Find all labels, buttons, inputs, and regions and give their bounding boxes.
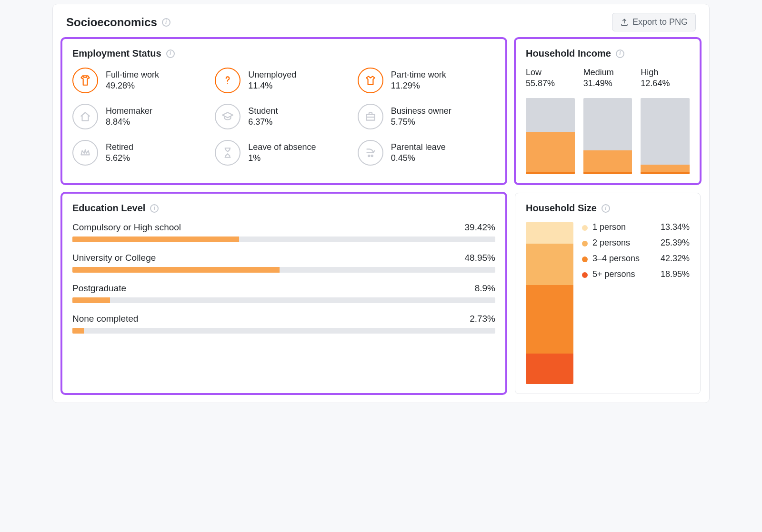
- card-title: Household Size i: [526, 203, 690, 214]
- household-size-segment: [526, 354, 573, 384]
- household-income-card: Household Income i Low 55.87% Medium 31.…: [515, 38, 701, 184]
- education-bar: [72, 267, 495, 273]
- household-size-card: Household Size i 1 person 13.34% 2 perso…: [515, 193, 701, 394]
- card-title: Employment Status i: [72, 48, 495, 59]
- education-item: Compulsory or High school 39.42%: [72, 222, 495, 242]
- info-icon[interactable]: i: [166, 49, 175, 58]
- household-size-label: 3–4 persons: [592, 254, 656, 264]
- education-value: 39.42%: [465, 222, 495, 233]
- education-bar: [72, 328, 495, 334]
- employment-item: Full-time work 49.28%: [72, 68, 210, 93]
- income-value: 31.49%: [583, 79, 632, 89]
- panel-title: Socioeconomics i: [66, 16, 170, 29]
- panel-header: Socioeconomics i Export to PNG: [53, 4, 709, 38]
- employment-value: 49.28%: [106, 81, 159, 91]
- employment-value: 11.4%: [248, 81, 296, 91]
- info-icon[interactable]: i: [616, 49, 624, 58]
- crown-icon: [72, 140, 98, 166]
- info-icon[interactable]: i: [150, 204, 159, 213]
- legend-dot-icon: [582, 241, 588, 246]
- income-column: Medium 31.49%: [583, 68, 632, 174]
- employment-label: Part-time work: [391, 70, 446, 80]
- education-value: 48.95%: [465, 253, 495, 263]
- employment-label: Parental leave: [391, 142, 446, 152]
- card-title: Household Income i: [526, 48, 690, 59]
- employment-label: Full-time work: [106, 70, 159, 80]
- employment-value: 11.29%: [391, 81, 446, 91]
- income-bar-fill: [526, 132, 575, 174]
- household-size-value: 13.34%: [661, 222, 690, 232]
- household-size-value: 25.39%: [661, 238, 690, 248]
- employment-label: Unemployed: [248, 70, 296, 80]
- household-size-legend-row: 2 persons 25.39%: [582, 238, 690, 248]
- upload-icon: [620, 18, 629, 27]
- income-title-text: Household Income: [526, 48, 611, 59]
- employment-label: Business owner: [391, 106, 451, 116]
- shirt-icon: [72, 68, 98, 93]
- employment-item: Business owner 5.75%: [358, 104, 495, 129]
- employment-label: Leave of absence: [248, 142, 316, 152]
- household-size-label: 1 person: [592, 222, 656, 232]
- household-size-value: 42.32%: [661, 254, 690, 264]
- income-label: Medium: [583, 68, 632, 78]
- employment-title-text: Employment Status: [72, 48, 161, 59]
- household-size-segment: [526, 244, 573, 285]
- info-icon[interactable]: i: [162, 18, 170, 27]
- employment-value: 5.75%: [391, 117, 451, 127]
- card-title: Education Level i: [72, 203, 495, 214]
- employment-item: Retired 5.62%: [72, 140, 210, 166]
- education-level-card: Education Level i Compulsory or High sch…: [61, 193, 506, 394]
- info-icon[interactable]: i: [602, 204, 610, 213]
- home-icon: [72, 104, 98, 129]
- employment-label: Homemaker: [106, 106, 152, 116]
- legend-dot-icon: [582, 272, 588, 278]
- employment-item: Part-time work 11.29%: [358, 68, 495, 93]
- household-size-segment: [526, 222, 573, 244]
- education-label: University or College: [72, 253, 156, 263]
- household-size-title-text: Household Size: [526, 203, 597, 214]
- education-label: None completed: [72, 314, 138, 324]
- education-item: University or College 48.95%: [72, 253, 495, 273]
- household-size-stacked-bar: [526, 222, 573, 384]
- employment-value: 6.37%: [248, 117, 278, 127]
- household-size-label: 2 persons: [592, 238, 656, 248]
- income-bar: [526, 98, 575, 174]
- employment-label: Retired: [106, 142, 133, 152]
- household-size-legend-row: 3–4 persons 42.32%: [582, 254, 690, 264]
- briefcase-icon: [358, 104, 383, 129]
- education-bar-fill: [72, 328, 84, 334]
- employment-item: Parental leave 0.45%: [358, 140, 495, 166]
- education-bar: [72, 297, 495, 303]
- tshirt-icon: [358, 68, 383, 93]
- employment-item: Student 6.37%: [215, 104, 352, 129]
- education-label: Compulsory or High school: [72, 222, 181, 233]
- education-item: Postgraduate 8.9%: [72, 283, 495, 303]
- income-label: High: [641, 68, 690, 78]
- gradcap-icon: [215, 104, 241, 129]
- employment-value: 0.45%: [391, 153, 446, 163]
- income-column: High 12.64%: [641, 68, 690, 174]
- employment-item: Unemployed 11.4%: [215, 68, 352, 93]
- education-bar-fill: [72, 297, 110, 303]
- income-label: Low: [526, 68, 575, 78]
- employment-status-card: Employment Status i Full-time work 49.28…: [61, 38, 506, 184]
- household-size-segment: [526, 285, 573, 354]
- export-button-label: Export to PNG: [632, 17, 688, 27]
- household-size-value: 18.95%: [661, 269, 690, 279]
- legend-dot-icon: [582, 225, 588, 231]
- employment-value: 8.84%: [106, 117, 152, 127]
- income-value: 55.87%: [526, 79, 575, 89]
- income-value: 12.64%: [641, 79, 690, 89]
- education-label: Postgraduate: [72, 283, 126, 294]
- income-bar: [583, 98, 632, 174]
- export-to-png-button[interactable]: Export to PNG: [612, 13, 696, 31]
- employment-value: 5.62%: [106, 153, 133, 163]
- employment-item: Leave of absence 1%: [215, 140, 352, 166]
- socioeconomics-panel: Socioeconomics i Export to PNG Employmen…: [52, 4, 710, 403]
- income-bar-fill: [583, 150, 632, 174]
- household-size-label: 5+ persons: [592, 269, 656, 279]
- education-value: 2.73%: [470, 314, 495, 324]
- household-size-legend-row: 1 person 13.34%: [582, 222, 690, 232]
- employment-label: Student: [248, 106, 278, 116]
- education-bar-fill: [72, 236, 239, 242]
